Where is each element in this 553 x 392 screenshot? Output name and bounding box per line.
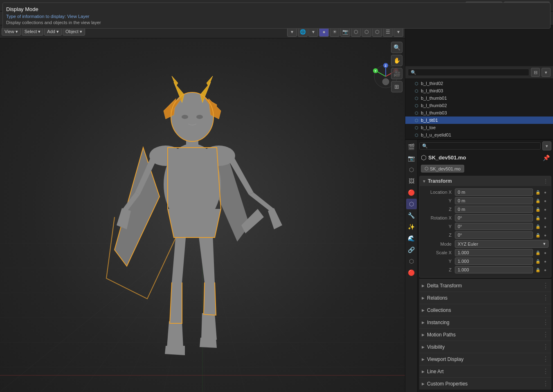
scale-x-value[interactable]: 1.000: [455, 249, 533, 256]
zoom-icon[interactable]: 🔍: [391, 42, 402, 53]
scale-z-dot[interactable]: ●: [542, 267, 549, 273]
rotation-z-label: Z: [422, 233, 455, 237]
outliner-item[interactable]: ⬡b_l_thumb01: [405, 94, 553, 102]
props-icon-scene2[interactable]: 🔴: [406, 187, 417, 198]
outliner-item[interactable]: ⬡b_l_thumb03: [405, 109, 553, 116]
rotation-mode-select[interactable]: XYZ Euler ▾: [455, 240, 549, 248]
props-icon-material[interactable]: 🔴: [406, 267, 417, 278]
rotation-z-dot[interactable]: ●: [542, 232, 549, 238]
motion-paths-options[interactable]: ⋮: [542, 331, 549, 338]
rotation-x-label: Rotation X: [422, 215, 455, 220]
motion-paths-section[interactable]: ▶ Motion Paths ⋮: [419, 328, 551, 340]
rotation-x-dot[interactable]: ●: [542, 215, 549, 221]
viewport-display-section[interactable]: ▶ Viewport Display ⋮: [419, 353, 551, 365]
outliner-search-input[interactable]: [408, 69, 529, 76]
location-x-label: Location X: [422, 190, 455, 195]
pin-button[interactable]: 📌: [543, 155, 550, 161]
props-icon-render[interactable]: 📷: [406, 153, 417, 164]
outliner-item[interactable]: ⬡b_l_u_eyelid01: [405, 131, 553, 139]
relations-options[interactable]: ⋮: [542, 294, 549, 302]
props-icon-physics[interactable]: 🌊: [406, 233, 417, 244]
viewport[interactable]: .body-fill { fill: #888; stroke: none; }…: [0, 25, 405, 392]
select-menu-button[interactable]: Select ▾: [22, 28, 44, 36]
instancing-options[interactable]: ⋮: [542, 318, 549, 326]
props-icon-modifier[interactable]: 🔧: [406, 210, 417, 221]
svg-text:Y: Y: [375, 69, 377, 72]
rotation-z-lock[interactable]: 🔒: [535, 232, 541, 238]
collections-section[interactable]: ▶ Collections ⋮: [419, 304, 551, 316]
location-z-lock[interactable]: 🔒: [535, 206, 541, 213]
rotation-x-row: Rotation X 0° 🔒 ●: [422, 214, 549, 222]
location-y-value[interactable]: 0 m: [455, 197, 533, 204]
custom-properties-label: Custom Properties: [427, 381, 468, 387]
scale-z-lock[interactable]: 🔒: [535, 267, 541, 273]
location-x-dot[interactable]: ●: [542, 189, 549, 195]
outliner-item[interactable]: ⬡b_l_third03: [405, 87, 553, 94]
instancing-section[interactable]: ▶ Instancing ⋮: [419, 316, 551, 328]
outliner-filter-button[interactable]: ⊟: [531, 68, 540, 77]
grid-icon[interactable]: ⊞: [391, 81, 402, 92]
outliner-item[interactable]: ⬡b_l_u_eyelid02: [405, 139, 553, 139]
props-icon-view-layer[interactable]: 🖼: [406, 176, 417, 186]
rotation-y-row: Y 0° 🔒 ●: [422, 223, 549, 230]
viewport-display-triangle: ▶: [422, 357, 425, 361]
view-menu-button[interactable]: View ▾: [2, 28, 21, 36]
rotation-y-label: Y: [422, 224, 455, 229]
rotation-y-dot[interactable]: ●: [542, 223, 549, 230]
properties-filter-button[interactable]: ▾: [542, 141, 551, 150]
outliner-item[interactable]: ⬡b_l_toe: [405, 124, 553, 131]
scale-x-lock[interactable]: 🔒: [535, 249, 541, 256]
rotation-z-value[interactable]: 0°: [455, 231, 533, 239]
location-x-value[interactable]: 0 m: [455, 188, 533, 196]
props-icon-output[interactable]: ⬡: [406, 164, 417, 175]
line-art-section[interactable]: ▶ Line Art ⋮: [419, 365, 551, 377]
delta-transform-options[interactable]: ⋮: [542, 282, 549, 289]
context-icon: ⬡: [425, 166, 429, 171]
rotation-x-lock[interactable]: 🔒: [535, 215, 541, 221]
collections-options[interactable]: ⋮: [542, 306, 549, 314]
relations-section[interactable]: ▶ Relations ⋮: [419, 291, 551, 304]
props-icon-scene[interactable]: 🎬: [406, 141, 417, 152]
props-icon-constraints[interactable]: 🔗: [406, 244, 417, 255]
location-y-dot[interactable]: ●: [542, 197, 549, 204]
scale-x-actions: 🔒 ●: [535, 249, 549, 256]
camera-icon[interactable]: 🎥: [391, 68, 402, 79]
rotation-y-value[interactable]: 0°: [455, 223, 533, 230]
transform-title: Transform: [428, 178, 541, 184]
location-x-lock[interactable]: 🔒: [535, 189, 541, 195]
scale-z-value[interactable]: 1.000: [455, 266, 533, 273]
custom-properties-section[interactable]: ▶ Custom Properties ⋮: [419, 377, 551, 390]
viewport-display-options[interactable]: ⋮: [542, 355, 549, 363]
scale-y-lock[interactable]: 🔒: [535, 258, 541, 264]
main-content: .body-fill { fill: #888; stroke: none; }…: [0, 25, 553, 392]
outliner-sort-button[interactable]: ▾: [542, 68, 551, 77]
scale-y-row: Y 1.000 🔒 ●: [422, 258, 549, 265]
outliner-item[interactable]: ⬡b_l_thumb02: [405, 102, 553, 109]
visibility-section[interactable]: ▶ Visibility ⋮: [419, 340, 551, 353]
scale-y-value[interactable]: 1.000: [455, 258, 533, 265]
props-icon-particles[interactable]: ✨: [406, 222, 417, 232]
location-z-dot[interactable]: ●: [542, 206, 549, 213]
pan-icon[interactable]: ✋: [391, 55, 402, 66]
object-menu-button[interactable]: Object ▾: [63, 28, 85, 36]
visibility-options[interactable]: ⋮: [542, 343, 549, 351]
rotation-x-value[interactable]: 0°: [455, 214, 533, 222]
line-art-options[interactable]: ⋮: [542, 367, 549, 375]
props-icon-object[interactable]: ⬡: [406, 199, 417, 209]
transform-options[interactable]: ⋮: [543, 178, 549, 184]
transform-triangle: ▼: [422, 179, 426, 184]
transform-section-header[interactable]: ▼ Transform ⋮: [420, 176, 551, 186]
props-icon-object-data[interactable]: ⬡: [406, 256, 417, 267]
rotation-y-lock[interactable]: 🔒: [535, 223, 541, 230]
context-mesh-button[interactable]: ⬡ SK_dev501.mo: [421, 165, 464, 172]
outliner-item[interactable]: ⬡b_l_third02: [405, 80, 553, 87]
scale-x-dot[interactable]: ●: [542, 249, 549, 256]
add-menu-button[interactable]: Add ▾: [44, 28, 62, 36]
location-z-value[interactable]: 0 m: [455, 206, 533, 213]
delta-transform-section[interactable]: ▶ Delta Transform ⋮: [419, 279, 551, 291]
scale-y-dot[interactable]: ●: [542, 258, 549, 264]
properties-search-input[interactable]: [419, 142, 541, 150]
custom-properties-options[interactable]: ⋮: [542, 380, 549, 388]
outliner-item[interactable]: ⬡b_l_tit01: [405, 116, 553, 124]
location-y-lock[interactable]: 🔒: [535, 197, 541, 204]
